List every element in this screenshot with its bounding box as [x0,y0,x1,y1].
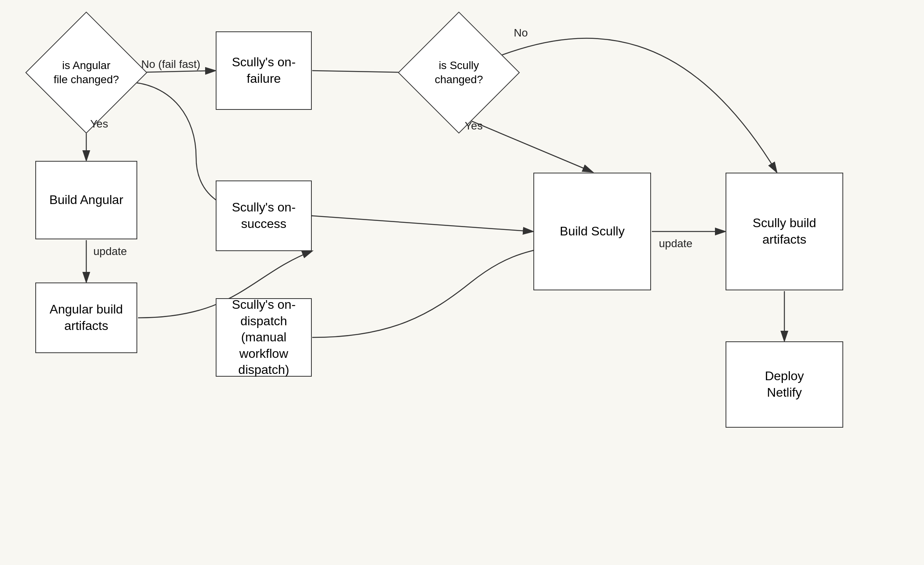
label-update-angular: update [93,245,127,258]
box-scully-artifacts: Scully buildartifacts [726,173,843,290]
box-deploy-netlify: DeployNetlify [726,341,843,428]
box-build-scully: Build Scully [533,173,651,290]
diamond-angular-changed-label: is Angularfile changed? [54,58,119,87]
diamond-scully-changed-label: is Scullychanged? [435,58,483,87]
box-scully-on-success: Scully's on-success [216,180,312,251]
label-no-fail-fast: No (fail fast) [141,58,200,71]
box-build-angular: Build Angular [35,161,137,239]
label-no-scully: No [514,27,528,39]
label-update-scully: update [659,237,693,250]
label-yes-scully: Yes [465,120,483,132]
box-scully-on-dispatch: Scully's on-dispatch(manualworkflow disp… [216,298,312,377]
diamond-scully-changed: is Scullychanged? [416,29,502,116]
box-angular-artifacts: Angular buildartifacts [35,282,137,353]
diamond-angular-changed: is Angularfile changed? [43,29,129,116]
box-scully-on-failure: Scully's on-failure [216,31,312,110]
label-yes-angular: Yes [90,118,108,130]
diagram: is Angularfile changed? No (fail fast) Y… [0,0,924,565]
